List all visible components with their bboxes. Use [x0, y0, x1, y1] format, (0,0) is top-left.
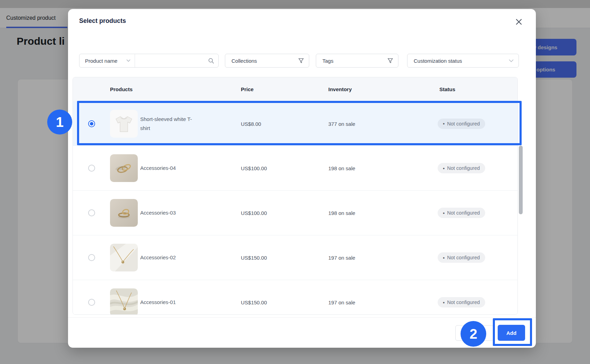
chevron-down-icon	[126, 59, 130, 62]
table-row[interactable]: Accessories-03 US$100.00 198 on sale • N…	[73, 191, 517, 235]
table-row[interactable]: Short-sleeved white T-shirt US$8.00 377 …	[73, 101, 517, 146]
add-button[interactable]: Add	[498, 325, 525, 341]
table-row[interactable]: Accessories-04 US$100.00 198 on sale • N…	[73, 146, 517, 191]
row-radio[interactable]	[88, 120, 95, 127]
product-name: Accessories-04	[140, 164, 201, 173]
row-radio[interactable]	[88, 254, 95, 261]
tags-filter-label: Tags	[322, 58, 387, 64]
column-header-inventory: Inventory	[328, 77, 352, 101]
table-row[interactable]: Accessories-01 US$150.00 197 on sale • N…	[73, 280, 517, 315]
product-inventory: 197 on sale	[328, 255, 355, 261]
status-dot: •	[443, 165, 445, 171]
search-group: Product name	[79, 54, 219, 68]
product-price: US$8.00	[241, 121, 261, 127]
product-inventory: 198 on sale	[328, 210, 355, 216]
collections-filter-label: Collections	[231, 58, 298, 64]
customization-status-filter[interactable]: Customization status	[407, 54, 519, 68]
status-badge: • Not configured	[438, 252, 485, 263]
product-thumbnail	[110, 244, 138, 271]
status-badge: • Not configured	[438, 297, 485, 307]
funnel-filter-icon	[298, 58, 304, 63]
status-badge: • Not configured	[438, 208, 485, 218]
status-label: Not configured	[447, 210, 480, 216]
close-icon	[515, 18, 522, 25]
search-box	[135, 54, 218, 67]
product-name: Short-sleeved white T-shirt	[140, 115, 201, 133]
product-name: Accessories-02	[140, 253, 201, 262]
chevron-down-icon	[509, 59, 514, 62]
status-dot: •	[443, 300, 445, 305]
row-radio[interactable]	[88, 209, 95, 216]
funnel-filter-icon	[387, 58, 393, 63]
search-input[interactable]	[139, 58, 208, 64]
product-thumbnail	[110, 110, 138, 138]
annotation-step-1-badge: 1	[47, 110, 72, 135]
table-header: ProductsPriceInventoryStatus	[73, 77, 517, 101]
column-header-price: Price	[241, 77, 254, 101]
product-price: US$150.00	[241, 255, 267, 261]
customization-status-filter-label: Customization status	[414, 58, 509, 64]
search-field-selector[interactable]: Product name	[79, 54, 135, 67]
status-dot: •	[443, 210, 445, 216]
select-products-dialog: Select products Product name	[68, 9, 536, 348]
footer-divider	[68, 317, 536, 318]
product-inventory: 197 on sale	[328, 300, 355, 305]
row-radio[interactable]	[88, 299, 95, 306]
row-radio[interactable]	[88, 165, 95, 172]
filter-row: Product name Collections	[68, 54, 536, 68]
product-price: US$150.00	[241, 300, 267, 305]
close-button[interactable]	[514, 17, 524, 27]
product-price: US$100.00	[241, 165, 267, 171]
dialog-title: Select products	[79, 17, 126, 25]
vertical-scrollbar-thumb[interactable]	[519, 146, 523, 214]
product-name: Accessories-01	[140, 298, 201, 307]
column-header-status: Status	[439, 77, 455, 101]
product-inventory: 198 on sale	[328, 165, 355, 171]
products-table: ProductsPriceInventoryStatus Short-sleev…	[73, 77, 518, 315]
search-field-selector-label: Product name	[85, 58, 126, 64]
status-label: Not configured	[447, 300, 480, 305]
status-badge: • Not configured	[438, 119, 485, 129]
status-label: Not configured	[447, 165, 480, 171]
annotation-step-2-badge: 2	[461, 321, 486, 347]
status-dot: •	[443, 121, 445, 127]
product-thumbnail	[110, 154, 138, 182]
table-body: Short-sleeved white T-shirt US$8.00 377 …	[73, 101, 517, 315]
status-label: Not configured	[447, 121, 480, 127]
product-thumbnail	[110, 288, 138, 315]
search-icon	[208, 58, 214, 64]
column-header-products: Products	[110, 77, 133, 101]
tags-filter[interactable]: Tags	[316, 54, 398, 68]
collections-filter[interactable]: Collections	[225, 54, 309, 68]
table-row[interactable]: Accessories-02 US$150.00 197 on sale • N…	[73, 235, 517, 280]
product-thumbnail	[110, 199, 138, 227]
product-inventory: 377 on sale	[328, 121, 355, 127]
product-name: Accessories-03	[140, 208, 201, 217]
screen: Customized product Product li ew designs…	[0, 0, 590, 364]
status-dot: •	[443, 255, 445, 261]
status-badge: • Not configured	[438, 163, 485, 173]
product-price: US$100.00	[241, 210, 267, 216]
status-label: Not configured	[447, 255, 480, 260]
